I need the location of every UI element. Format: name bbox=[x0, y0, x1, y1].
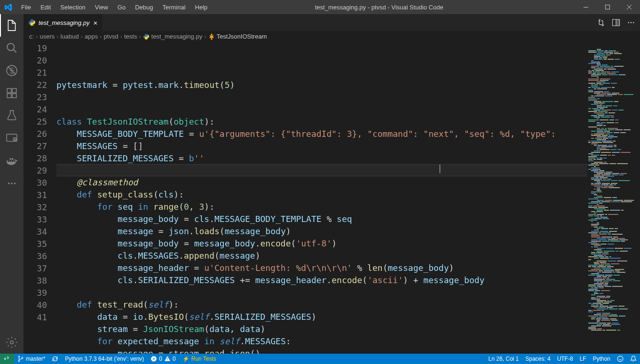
breadcrumb-item[interactable]: luabud bbox=[61, 33, 79, 40]
tab-test-messaging[interactable]: test_messaging.py × bbox=[24, 14, 103, 31]
minimize-button[interactable] bbox=[575, 0, 597, 14]
feedback-icon[interactable] bbox=[614, 354, 627, 364]
run-tests-button[interactable]: ⚡Run Tests bbox=[179, 354, 220, 364]
text-cursor bbox=[440, 165, 440, 173]
tab-close-icon[interactable]: × bbox=[93, 19, 97, 27]
code-editor[interactable]: 1920212223242526272829303132333435363738… bbox=[24, 42, 587, 354]
minimap[interactable] bbox=[587, 42, 640, 354]
debug-disabled-icon[interactable] bbox=[0, 59, 24, 82]
svg-point-16 bbox=[628, 22, 629, 24]
editor-more-icon[interactable] bbox=[627, 18, 635, 27]
breadcrumb-item[interactable]: apps bbox=[85, 33, 98, 40]
vscode-logo-icon bbox=[0, 3, 16, 11]
remote-icon[interactable] bbox=[0, 127, 24, 150]
svg-point-11 bbox=[11, 182, 13, 184]
svg-point-17 bbox=[631, 22, 632, 24]
svg-point-20 bbox=[18, 361, 19, 362]
extensions-icon[interactable] bbox=[0, 82, 24, 104]
split-editor-icon[interactable] bbox=[612, 18, 620, 27]
svg-point-12 bbox=[14, 182, 16, 184]
breadcrumb-item[interactable]: test_messaging.py bbox=[143, 33, 202, 40]
maximize-button[interactable] bbox=[597, 0, 618, 14]
menu-terminal[interactable]: Terminal bbox=[158, 0, 190, 14]
svg-rect-4 bbox=[7, 88, 11, 93]
svg-rect-5 bbox=[7, 94, 11, 98]
breadcrumb-item[interactable]: c: bbox=[29, 33, 34, 40]
breadcrumb-item[interactable]: users bbox=[40, 33, 55, 40]
encoding[interactable]: UTF-8 bbox=[554, 354, 577, 364]
compare-changes-icon[interactable] bbox=[597, 18, 605, 27]
cursor-position[interactable]: Ln 26, Col 1 bbox=[485, 354, 522, 364]
svg-point-10 bbox=[8, 182, 10, 184]
menu-file[interactable]: File bbox=[16, 0, 36, 14]
svg-rect-7 bbox=[12, 88, 16, 93]
menu-edit[interactable]: Edit bbox=[36, 0, 55, 14]
window-controls bbox=[546, 0, 640, 14]
svg-point-23 bbox=[617, 356, 623, 362]
indentation[interactable]: Spaces: 4 bbox=[522, 354, 553, 364]
eol[interactable]: LF bbox=[577, 354, 590, 364]
remote-button[interactable] bbox=[0, 354, 14, 364]
svg-point-21 bbox=[22, 357, 23, 358]
svg-rect-0 bbox=[584, 7, 588, 8]
window-title: test_messaging.py - ptvsd - Visual Studi… bbox=[212, 4, 546, 11]
settings-gear-icon[interactable] bbox=[0, 331, 24, 354]
svg-rect-15 bbox=[616, 20, 619, 25]
python-interpreter[interactable]: Python 3.7.3 64-bit ('env': venv) bbox=[62, 354, 147, 364]
svg-point-13 bbox=[10, 341, 14, 344]
titlebar: File Edit Selection View Go Debug Termin… bbox=[0, 0, 640, 14]
language-mode[interactable]: Python bbox=[590, 354, 614, 364]
svg-rect-6 bbox=[12, 94, 16, 98]
problems[interactable]: 0 0 bbox=[147, 354, 179, 364]
sync-button[interactable] bbox=[48, 354, 62, 364]
editor-tabs: test_messaging.py × bbox=[24, 14, 640, 31]
tab-filename: test_messaging.py bbox=[39, 19, 89, 26]
menu-selection[interactable]: Selection bbox=[55, 0, 90, 14]
search-icon[interactable] bbox=[0, 37, 24, 59]
more-icon[interactable] bbox=[0, 172, 24, 195]
svg-point-2 bbox=[7, 43, 14, 50]
svg-point-19 bbox=[18, 356, 19, 357]
close-button[interactable] bbox=[618, 0, 640, 14]
menu-help[interactable]: Help bbox=[190, 0, 213, 14]
explorer-icon[interactable] bbox=[0, 14, 24, 37]
git-branch[interactable]: master* bbox=[14, 354, 48, 364]
menu-go[interactable]: Go bbox=[113, 0, 130, 14]
notifications-icon[interactable] bbox=[627, 354, 640, 364]
test-icon[interactable] bbox=[0, 104, 24, 127]
code-content[interactable]: pytestmark = pytest.mark.timeout(5) clas… bbox=[56, 42, 587, 354]
line-gutter: 1920212223242526272829303132333435363738… bbox=[24, 42, 56, 354]
docker-icon[interactable] bbox=[0, 150, 24, 172]
breadcrumb-item[interactable]: TestJsonIOStream bbox=[208, 33, 267, 40]
breadcrumb-item[interactable]: tests bbox=[124, 33, 137, 40]
menu-debug[interactable]: Debug bbox=[130, 0, 158, 14]
menu-view[interactable]: View bbox=[90, 0, 113, 14]
breadcrumb-item[interactable]: ptvsd bbox=[104, 33, 119, 40]
editor-area: test_messaging.py × c:› users› luabud› a… bbox=[24, 14, 640, 354]
svg-point-18 bbox=[633, 22, 634, 24]
svg-rect-1 bbox=[606, 5, 610, 9]
menu-bar: File Edit Selection View Go Debug Termin… bbox=[16, 0, 212, 14]
status-bar: master* Python 3.7.3 64-bit ('env': venv… bbox=[0, 354, 640, 364]
breadcrumbs[interactable]: c:› users› luabud› apps› ptvsd› tests› t… bbox=[24, 31, 640, 42]
activity-bar bbox=[0, 14, 24, 354]
